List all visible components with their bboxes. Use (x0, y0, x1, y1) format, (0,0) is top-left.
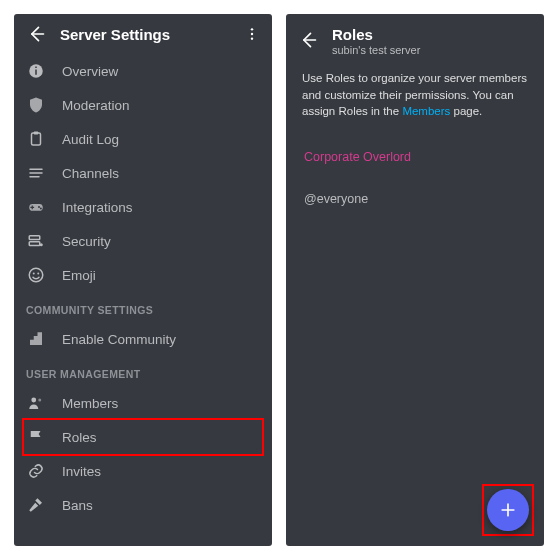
info-icon (26, 61, 46, 81)
menu-label: Roles (62, 430, 260, 445)
menu-label: Overview (62, 64, 260, 79)
svg-rect-7 (34, 132, 39, 135)
menu-item-audit-log[interactable]: Audit Log (26, 122, 260, 156)
svg-point-0 (251, 28, 253, 30)
menu-item-moderation[interactable]: Moderation (26, 88, 260, 122)
svg-point-15 (33, 273, 35, 275)
svg-point-9 (38, 206, 40, 208)
menu-label: Invites (62, 464, 260, 479)
menu-label: Enable Community (62, 332, 260, 347)
menu-item-security[interactable]: Security (26, 224, 260, 258)
server-lock-icon (26, 231, 46, 251)
link-icon (26, 461, 46, 481)
menu-item-channels[interactable]: Channels (26, 156, 260, 190)
members-link[interactable]: Members (402, 105, 450, 117)
roles-description: Use Roles to organize your server member… (302, 70, 528, 120)
roles-screen: Roles subin's test server Use Roles to o… (286, 14, 544, 546)
section-community-settings: COMMUNITY SETTINGS (26, 304, 260, 316)
menu-label: Audit Log (62, 132, 260, 147)
svg-point-18 (38, 399, 41, 402)
svg-point-2 (251, 37, 253, 39)
menu-label: Bans (62, 498, 260, 513)
server-settings-screen: Server Settings Overview Moderation Audi… (14, 14, 272, 546)
server-settings-title: Server Settings (60, 26, 170, 43)
menu-label: Members (62, 396, 260, 411)
svg-rect-6 (32, 133, 41, 145)
svg-point-1 (251, 33, 253, 35)
roles-body: Use Roles to organize your server member… (286, 66, 544, 220)
svg-rect-11 (29, 236, 40, 240)
section-user-management: USER MANAGEMENT (26, 368, 260, 380)
menu-item-enable-community[interactable]: Enable Community (26, 322, 260, 356)
hammer-icon (26, 495, 46, 515)
gamepad-icon (26, 197, 46, 217)
svg-point-17 (31, 398, 36, 403)
members-icon (26, 393, 46, 413)
emoji-icon (26, 265, 46, 285)
server-settings-header: Server Settings (14, 14, 272, 54)
settings-menu: Overview Moderation Audit Log Channels I (14, 54, 272, 546)
menu-item-integrations[interactable]: Integrations (26, 190, 260, 224)
roles-header: Roles subin's test server (286, 14, 544, 66)
role-row-corporate-overlord[interactable]: Corporate Overlord (302, 136, 528, 178)
add-role-button[interactable] (487, 489, 529, 531)
menu-item-bans[interactable]: Bans (26, 488, 260, 522)
svg-point-16 (37, 273, 39, 275)
roles-title: Roles (332, 26, 420, 43)
menu-label: Moderation (62, 98, 260, 113)
menu-item-emoji[interactable]: Emoji (26, 258, 260, 292)
menu-label: Channels (62, 166, 260, 181)
menu-label: Security (62, 234, 260, 249)
svg-rect-12 (29, 242, 40, 246)
menu-label: Integrations (62, 200, 260, 215)
menu-label: Emoji (62, 268, 260, 283)
svg-point-14 (29, 268, 43, 282)
role-row-everyone[interactable]: @everyone (302, 178, 528, 220)
list-icon (26, 163, 46, 183)
highlight-roles: Roles (22, 418, 264, 456)
back-arrow-icon[interactable] (26, 24, 46, 44)
menu-item-members[interactable]: Members (26, 386, 260, 420)
back-arrow-icon[interactable] (298, 30, 318, 50)
plus-icon (498, 500, 518, 520)
svg-rect-5 (35, 67, 37, 69)
more-vertical-icon[interactable] (244, 26, 260, 42)
menu-item-overview[interactable]: Overview (26, 54, 260, 88)
flag-icon (26, 427, 46, 447)
community-icon (26, 329, 46, 349)
shield-icon (26, 95, 46, 115)
svg-point-13 (40, 243, 43, 246)
svg-point-10 (40, 208, 42, 210)
highlight-add-role (482, 484, 534, 536)
roles-desc-post: page. (450, 105, 482, 117)
menu-item-roles[interactable]: Roles (26, 420, 260, 454)
roles-subtitle: subin's test server (332, 44, 420, 56)
menu-item-invites[interactable]: Invites (26, 454, 260, 488)
svg-rect-4 (35, 70, 37, 75)
clipboard-icon (26, 129, 46, 149)
